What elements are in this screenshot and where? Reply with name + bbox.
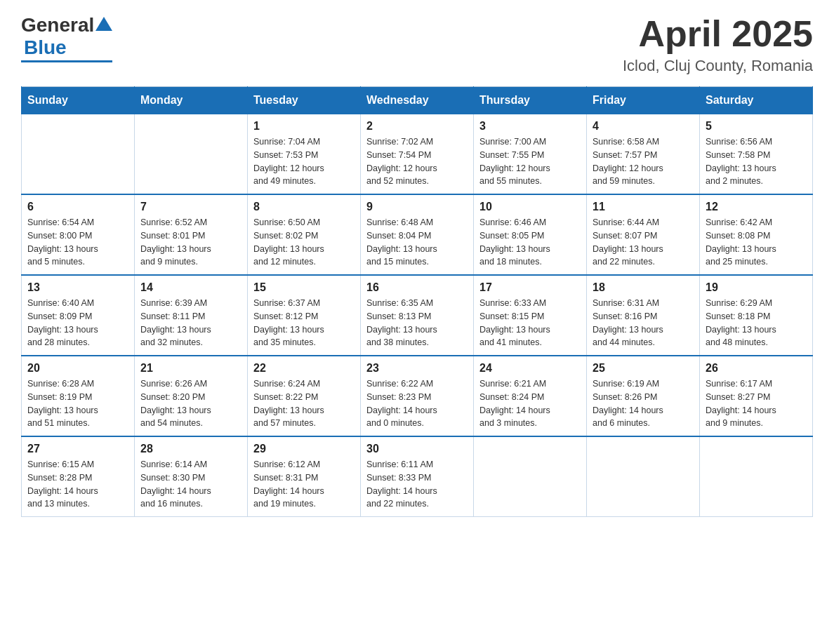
col-sunday: Sunday: [22, 87, 135, 114]
day-number: 11: [593, 201, 694, 213]
table-row: 9Sunrise: 6:48 AMSunset: 8:04 PMDaylight…: [361, 194, 474, 275]
day-info: Sunrise: 6:22 AMSunset: 8:23 PMDaylight:…: [366, 377, 468, 430]
col-thursday: Thursday: [474, 87, 587, 114]
day-info: Sunrise: 7:04 AMSunset: 7:53 PMDaylight:…: [253, 135, 355, 188]
table-row: 26Sunrise: 6:17 AMSunset: 8:27 PMDayligh…: [700, 356, 813, 436]
day-number: 8: [253, 201, 355, 213]
calendar-header-row: Sunday Monday Tuesday Wednesday Thursday…: [22, 87, 813, 114]
page-header: General Blue April 2025 Iclod, Cluj Coun…: [21, 14, 813, 75]
table-row: 14Sunrise: 6:39 AMSunset: 8:11 PMDayligh…: [135, 275, 248, 356]
day-info: Sunrise: 6:21 AMSunset: 8:24 PMDaylight:…: [479, 377, 581, 430]
table-row: 17Sunrise: 6:33 AMSunset: 8:15 PMDayligh…: [474, 275, 587, 356]
day-info: Sunrise: 6:17 AMSunset: 8:27 PMDaylight:…: [706, 377, 807, 430]
day-number: 7: [140, 201, 241, 213]
day-number: 25: [593, 362, 694, 375]
day-number: 22: [253, 362, 355, 375]
table-row: 4Sunrise: 6:58 AMSunset: 7:57 PMDaylight…: [587, 114, 700, 195]
table-row: 30Sunrise: 6:11 AMSunset: 8:33 PMDayligh…: [361, 436, 474, 517]
day-number: 1: [253, 120, 355, 133]
calendar-week-row: 6Sunrise: 6:54 AMSunset: 8:00 PMDaylight…: [22, 194, 813, 275]
col-saturday: Saturday: [700, 87, 813, 114]
day-info: Sunrise: 6:26 AMSunset: 8:20 PMDaylight:…: [140, 377, 241, 430]
day-info: Sunrise: 6:52 AMSunset: 8:01 PMDaylight:…: [140, 216, 241, 269]
day-number: 3: [479, 120, 581, 133]
calendar-week-row: 20Sunrise: 6:28 AMSunset: 8:19 PMDayligh…: [22, 356, 813, 436]
day-info: Sunrise: 6:35 AMSunset: 8:13 PMDaylight:…: [366, 297, 468, 349]
day-info: Sunrise: 6:58 AMSunset: 7:57 PMDaylight:…: [593, 135, 694, 188]
day-number: 16: [366, 281, 468, 294]
day-info: Sunrise: 6:15 AMSunset: 8:28 PMDaylight:…: [27, 458, 128, 511]
table-row: 6Sunrise: 6:54 AMSunset: 8:00 PMDaylight…: [22, 194, 135, 275]
table-row: [135, 114, 248, 195]
col-friday: Friday: [587, 87, 700, 114]
day-info: Sunrise: 6:11 AMSunset: 8:33 PMDaylight:…: [366, 458, 468, 511]
table-row: [587, 436, 700, 517]
table-row: 10Sunrise: 6:46 AMSunset: 8:05 PMDayligh…: [474, 194, 587, 275]
calendar-week-row: 1Sunrise: 7:04 AMSunset: 7:53 PMDaylight…: [22, 114, 813, 195]
day-number: 4: [593, 120, 694, 133]
logo: General Blue: [21, 14, 112, 62]
day-info: Sunrise: 6:44 AMSunset: 8:07 PMDaylight:…: [593, 216, 694, 269]
day-number: 12: [706, 201, 807, 213]
day-info: Sunrise: 6:40 AMSunset: 8:09 PMDaylight:…: [27, 297, 128, 349]
day-number: 18: [593, 281, 694, 294]
table-row: 27Sunrise: 6:15 AMSunset: 8:28 PMDayligh…: [22, 436, 135, 517]
day-info: Sunrise: 6:14 AMSunset: 8:30 PMDaylight:…: [140, 458, 241, 511]
day-number: 5: [706, 120, 807, 133]
day-info: Sunrise: 6:24 AMSunset: 8:22 PMDaylight:…: [253, 377, 355, 430]
day-number: 29: [253, 443, 355, 455]
day-info: Sunrise: 6:31 AMSunset: 8:16 PMDaylight:…: [593, 297, 694, 349]
table-row: 21Sunrise: 6:26 AMSunset: 8:20 PMDayligh…: [135, 356, 248, 436]
day-number: 23: [366, 362, 468, 375]
logo-underline: [21, 60, 112, 62]
day-info: Sunrise: 6:29 AMSunset: 8:18 PMDaylight:…: [706, 297, 807, 349]
table-row: 19Sunrise: 6:29 AMSunset: 8:18 PMDayligh…: [700, 275, 813, 356]
table-row: 18Sunrise: 6:31 AMSunset: 8:16 PMDayligh…: [587, 275, 700, 356]
table-row: 16Sunrise: 6:35 AMSunset: 8:13 PMDayligh…: [361, 275, 474, 356]
day-number: 2: [366, 120, 468, 133]
table-row: 11Sunrise: 6:44 AMSunset: 8:07 PMDayligh…: [587, 194, 700, 275]
day-number: 15: [253, 281, 355, 294]
day-number: 30: [366, 443, 468, 455]
table-row: 7Sunrise: 6:52 AMSunset: 8:01 PMDaylight…: [135, 194, 248, 275]
day-number: 19: [706, 281, 807, 294]
day-number: 21: [140, 362, 241, 375]
day-info: Sunrise: 7:00 AMSunset: 7:55 PMDaylight:…: [479, 135, 581, 188]
table-row: 3Sunrise: 7:00 AMSunset: 7:55 PMDaylight…: [474, 114, 587, 195]
day-number: 27: [27, 443, 128, 455]
logo-triangle-icon: [95, 17, 112, 31]
table-row: 20Sunrise: 6:28 AMSunset: 8:19 PMDayligh…: [22, 356, 135, 436]
table-row: [474, 436, 587, 517]
day-info: Sunrise: 6:37 AMSunset: 8:12 PMDaylight:…: [253, 297, 355, 349]
table-row: 25Sunrise: 6:19 AMSunset: 8:26 PMDayligh…: [587, 356, 700, 436]
day-number: 10: [479, 201, 581, 213]
table-row: 13Sunrise: 6:40 AMSunset: 8:09 PMDayligh…: [22, 275, 135, 356]
table-row: 12Sunrise: 6:42 AMSunset: 8:08 PMDayligh…: [700, 194, 813, 275]
day-number: 6: [27, 201, 128, 213]
table-row: 15Sunrise: 6:37 AMSunset: 8:12 PMDayligh…: [248, 275, 361, 356]
table-row: 23Sunrise: 6:22 AMSunset: 8:23 PMDayligh…: [361, 356, 474, 436]
title-block: April 2025 Iclod, Cluj County, Romania: [623, 14, 813, 75]
day-number: 26: [706, 362, 807, 375]
calendar-table: Sunday Monday Tuesday Wednesday Thursday…: [21, 86, 813, 517]
day-number: 24: [479, 362, 581, 375]
day-info: Sunrise: 6:12 AMSunset: 8:31 PMDaylight:…: [253, 458, 355, 511]
table-row: 28Sunrise: 6:14 AMSunset: 8:30 PMDayligh…: [135, 436, 248, 517]
table-row: 22Sunrise: 6:24 AMSunset: 8:22 PMDayligh…: [248, 356, 361, 436]
day-info: Sunrise: 6:54 AMSunset: 8:00 PMDaylight:…: [27, 216, 128, 269]
day-info: Sunrise: 6:42 AMSunset: 8:08 PMDaylight:…: [706, 216, 807, 269]
day-info: Sunrise: 6:19 AMSunset: 8:26 PMDaylight:…: [593, 377, 694, 430]
table-row: [22, 114, 135, 195]
table-row: 8Sunrise: 6:50 AMSunset: 8:02 PMDaylight…: [248, 194, 361, 275]
day-info: Sunrise: 6:39 AMSunset: 8:11 PMDaylight:…: [140, 297, 241, 349]
table-row: 5Sunrise: 6:56 AMSunset: 7:58 PMDaylight…: [700, 114, 813, 195]
table-row: 2Sunrise: 7:02 AMSunset: 7:54 PMDaylight…: [361, 114, 474, 195]
col-monday: Monday: [135, 87, 248, 114]
calendar-week-row: 27Sunrise: 6:15 AMSunset: 8:28 PMDayligh…: [22, 436, 813, 517]
calendar-title: April 2025: [623, 14, 813, 54]
day-info: Sunrise: 6:56 AMSunset: 7:58 PMDaylight:…: [706, 135, 807, 188]
table-row: 29Sunrise: 6:12 AMSunset: 8:31 PMDayligh…: [248, 436, 361, 517]
table-row: 1Sunrise: 7:04 AMSunset: 7:53 PMDaylight…: [248, 114, 361, 195]
table-row: 24Sunrise: 6:21 AMSunset: 8:24 PMDayligh…: [474, 356, 587, 436]
table-row: [700, 436, 813, 517]
